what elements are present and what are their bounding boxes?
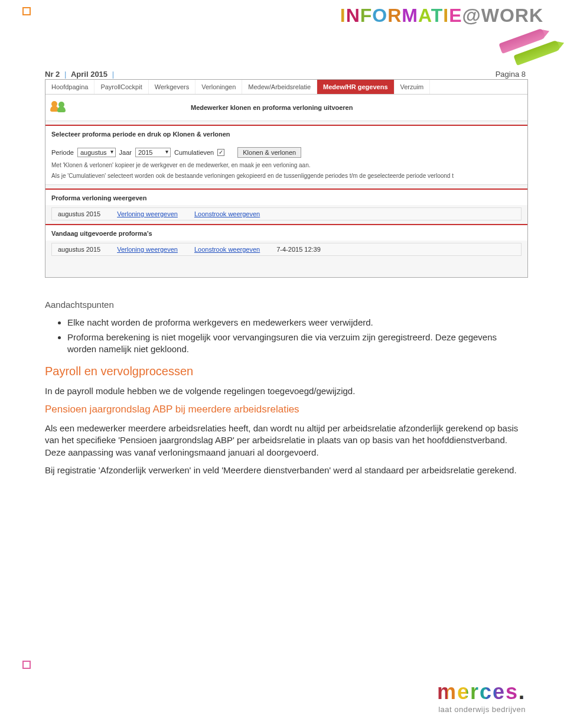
paragraph: Als een medewerker meerdere arbeidsrelat… <box>45 422 526 459</box>
logo-glyph: T <box>431 5 444 26</box>
section-proforma-weergeven: Proforma verloning weergeven <box>45 188 527 205</box>
tab-werkgevers[interactable]: Werkgevers <box>149 80 195 94</box>
issue-number: Nr 2 <box>45 70 60 79</box>
tab-verzuim[interactable]: Verzuim <box>395 80 431 94</box>
list-item: Elke nacht worden de proforma werkgevers… <box>67 317 526 329</box>
highlighter-graphic <box>490 32 567 62</box>
tab-payrollcockpit[interactable]: PayrollCockpit <box>94 80 148 94</box>
logo-at: @ <box>462 5 481 26</box>
tab-medew-arbeidsrelatie[interactable]: Medew/Arbeidsrelatie <box>242 80 317 94</box>
merces-logo: merces. <box>437 681 526 703</box>
checkbox-cumulatieven[interactable]: ✓ <box>217 149 224 156</box>
page-number: Pagina 8 <box>496 70 526 79</box>
link-loonstrook-weergeven[interactable]: Loonstrook weergeven <box>194 210 260 217</box>
footer: merces. laat onderwijs bedrijven <box>437 681 526 714</box>
label-cumulatieven: Cumulatieven <box>174 149 214 156</box>
cell-period: augustus 2015 <box>58 246 100 253</box>
heading-pensioen: Pensioen jaargrondslag ABP bij meerdere … <box>45 403 526 417</box>
tab-medew-hr-gegevens[interactable]: Medew/HR gegevens <box>317 80 394 94</box>
label-periode: Periode <box>51 149 74 156</box>
logo-glyph: A <box>418 5 431 26</box>
logo-glyph: N <box>346 5 360 26</box>
help-text-1: Met 'Klonen & verlonen' kopieer je de we… <box>51 161 522 170</box>
select-jaar[interactable]: 2015 <box>135 148 171 157</box>
brand-logo: INFORMATIE@WORK <box>340 5 543 27</box>
logo-glyph: F <box>360 5 373 26</box>
people-icon <box>50 100 67 115</box>
table-row: augustus 2015 Verloning weergeven Loonst… <box>51 243 522 256</box>
section-select-period: Selecteer proforma periode en druk op Kl… <box>45 125 527 141</box>
logo-glyph: E <box>449 5 462 26</box>
logo-glyph: O <box>372 5 387 26</box>
logo-glyph: R <box>387 5 402 26</box>
cell-timestamp: 7-4-2015 12:39 <box>276 246 321 253</box>
issue-month: April 2015 <box>71 70 107 79</box>
paragraph: Bij registratie 'Afzonderlijk verwerken'… <box>45 464 526 476</box>
heading-aandachtspunten: Aandachtspunten <box>45 299 526 311</box>
link-verloning-weergeven[interactable]: Verloning weergeven <box>117 246 178 253</box>
paragraph: In de payroll module hebben we de volgen… <box>45 385 526 397</box>
klonen-verlonen-button[interactable]: Klonen & verlonen <box>237 147 301 158</box>
merces-dot: . <box>519 680 526 704</box>
logo-glyph: M <box>402 5 418 26</box>
merces-word: merces <box>437 680 519 704</box>
table-row: augustus 2015 Verloning weergeven Loonst… <box>51 207 522 220</box>
list-item: Proforma berekening is niet mogelijk voo… <box>67 332 526 356</box>
logo-glyph: I <box>443 5 449 26</box>
decorative-square-top <box>22 7 31 15</box>
tab-verloningen[interactable]: Verloningen <box>195 80 242 94</box>
section-vandaag-uitgevoerd: Vandaag uitgevoerde proforma's <box>45 224 527 240</box>
heading-payroll: Payroll en vervolgprocessen <box>45 363 526 379</box>
separator: | <box>64 70 66 79</box>
app-screenshot: Hoofdpagina PayrollCockpit Werkgevers Ve… <box>45 79 528 278</box>
article-body: Aandachtspunten Elke nacht worden de pro… <box>45 295 526 482</box>
issue-bar: Nr 2 | April 2015 | Pagina 8 <box>45 70 526 79</box>
link-verloning-weergeven[interactable]: Verloning weergeven <box>117 210 178 217</box>
tab-bar: Hoofdpagina PayrollCockpit Werkgevers Ve… <box>45 80 527 95</box>
separator: | <box>112 70 114 79</box>
logo-glyph: I <box>340 5 346 26</box>
help-text-2: Als je 'Cumulatieven' selecteert worden … <box>51 172 522 180</box>
select-periode[interactable]: augustus <box>77 148 116 157</box>
link-loonstrook-weergeven[interactable]: Loonstrook weergeven <box>194 246 260 253</box>
merces-payoff: laat onderwijs bedrijven <box>437 705 526 714</box>
tab-hoofdpagina[interactable]: Hoofdpagina <box>45 80 94 94</box>
decorative-square-bottom <box>22 661 31 669</box>
cell-period: augustus 2015 <box>58 210 100 217</box>
page-title: Medewerker klonen en proforma verloning … <box>191 104 353 111</box>
label-jaar: Jaar <box>119 149 132 156</box>
logo-work: WORK <box>481 5 543 26</box>
